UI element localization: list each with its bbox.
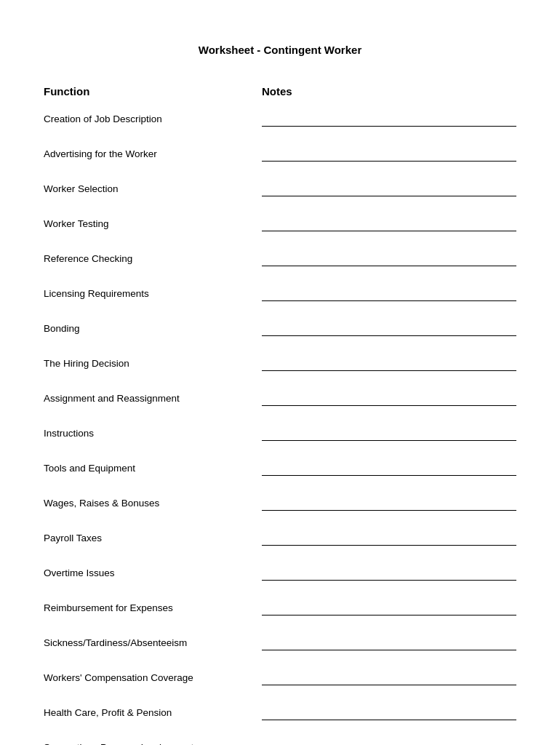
function-label-worker-testing: Worker Testing xyxy=(44,218,262,231)
worksheet-row-payroll-taxes: Payroll Taxes xyxy=(44,524,516,546)
worksheet-row-reference-checking: Reference Checking xyxy=(44,244,516,266)
worksheet-row-hiring-decision: The Hiring Decision xyxy=(44,349,516,371)
notes-line-health-care-profit-pension[interactable] xyxy=(262,707,516,720)
notes-header: Notes xyxy=(262,85,516,97)
function-label-sickness-tardiness-absenteeism: Sickness/Tardiness/Absenteeism xyxy=(44,637,262,650)
worksheet-row-worker-selection: Worker Selection xyxy=(44,175,516,196)
notes-line-hiring-decision[interactable] xyxy=(262,358,516,371)
worksheet-row-instructions: Instructions xyxy=(44,419,516,441)
worksheet-row-suggestions-program: Suggestions Program Involvement xyxy=(44,733,516,745)
function-label-reference-checking: Reference Checking xyxy=(44,252,262,266)
worksheet-row-reimbursement-expenses: Reimbursement for Expenses xyxy=(44,594,516,615)
function-label-payroll-taxes: Payroll Taxes xyxy=(44,532,262,546)
header-row: Function Notes xyxy=(44,85,516,99)
notes-line-payroll-taxes[interactable] xyxy=(262,533,516,546)
notes-line-advertising-worker[interactable] xyxy=(262,148,516,162)
function-label-worker-selection: Worker Selection xyxy=(44,183,262,196)
notes-line-bonding[interactable] xyxy=(262,323,516,336)
function-label-instructions: Instructions xyxy=(44,427,262,441)
notes-line-sickness-tardiness-absenteeism[interactable] xyxy=(262,637,516,650)
notes-line-wages-raises-bonuses[interactable] xyxy=(262,498,516,511)
notes-line-suggestions-program[interactable] xyxy=(262,742,516,745)
notes-line-instructions[interactable] xyxy=(262,428,516,441)
notes-line-worker-selection[interactable] xyxy=(262,183,516,196)
function-label-suggestions-program: Suggestions Program Involvement xyxy=(44,741,262,745)
function-label-wages-raises-bonuses: Wages, Raises & Bonuses xyxy=(44,497,262,511)
notes-line-reference-checking[interactable] xyxy=(262,253,516,266)
worksheet-row-health-care-profit-pension: Health Care, Profit & Pension xyxy=(44,698,516,720)
worksheet-row-sickness-tardiness-absenteeism: Sickness/Tardiness/Absenteeism xyxy=(44,629,516,650)
function-label-reimbursement-expenses: Reimbursement for Expenses xyxy=(44,602,262,615)
function-label-overtime-issues: Overtime Issues xyxy=(44,567,262,581)
function-header: Function xyxy=(44,85,262,97)
worksheet-row-advertising-worker: Advertising for the Worker xyxy=(44,140,516,162)
worksheet-row-worker-testing: Worker Testing xyxy=(44,210,516,231)
worksheet-row-tools-equipment: Tools and Equipment xyxy=(44,454,516,476)
page-title: Worksheet - Contingent Worker xyxy=(44,44,516,56)
function-label-hiring-decision: The Hiring Decision xyxy=(44,357,262,371)
function-label-health-care-profit-pension: Health Care, Profit & Pension xyxy=(44,706,262,720)
function-label-advertising-worker: Advertising for the Worker xyxy=(44,148,262,162)
function-label-bonding: Bonding xyxy=(44,322,262,336)
worksheet-row-licensing-requirements: Licensing Requirements xyxy=(44,279,516,301)
notes-line-tools-equipment[interactable] xyxy=(262,463,516,476)
worksheet-row-workers-compensation: Workers' Compensation Coverage xyxy=(44,664,516,685)
worksheet-row-overtime-issues: Overtime Issues xyxy=(44,559,516,581)
notes-line-creation-job-description[interactable] xyxy=(262,113,516,127)
notes-line-workers-compensation[interactable] xyxy=(262,672,516,685)
function-label-creation-job-description: Creation of Job Description xyxy=(44,113,262,127)
worksheet-row-creation-job-description: Creation of Job Description xyxy=(44,105,516,127)
notes-line-assignment-reassignment[interactable] xyxy=(262,393,516,406)
worksheet-row-assignment-reassignment: Assignment and Reassignment xyxy=(44,384,516,406)
function-label-assignment-reassignment: Assignment and Reassignment xyxy=(44,392,262,406)
worksheet-rows: Creation of Job DescriptionAdvertising f… xyxy=(44,105,516,745)
function-label-workers-compensation: Workers' Compensation Coverage xyxy=(44,672,262,685)
notes-line-licensing-requirements[interactable] xyxy=(262,288,516,301)
notes-line-reimbursement-expenses[interactable] xyxy=(262,602,516,615)
function-label-tools-equipment: Tools and Equipment xyxy=(44,462,262,476)
notes-line-worker-testing[interactable] xyxy=(262,218,516,231)
notes-line-overtime-issues[interactable] xyxy=(262,567,516,581)
function-label-licensing-requirements: Licensing Requirements xyxy=(44,287,262,301)
worksheet-row-bonding: Bonding xyxy=(44,314,516,336)
worksheet-row-wages-raises-bonuses: Wages, Raises & Bonuses xyxy=(44,489,516,511)
